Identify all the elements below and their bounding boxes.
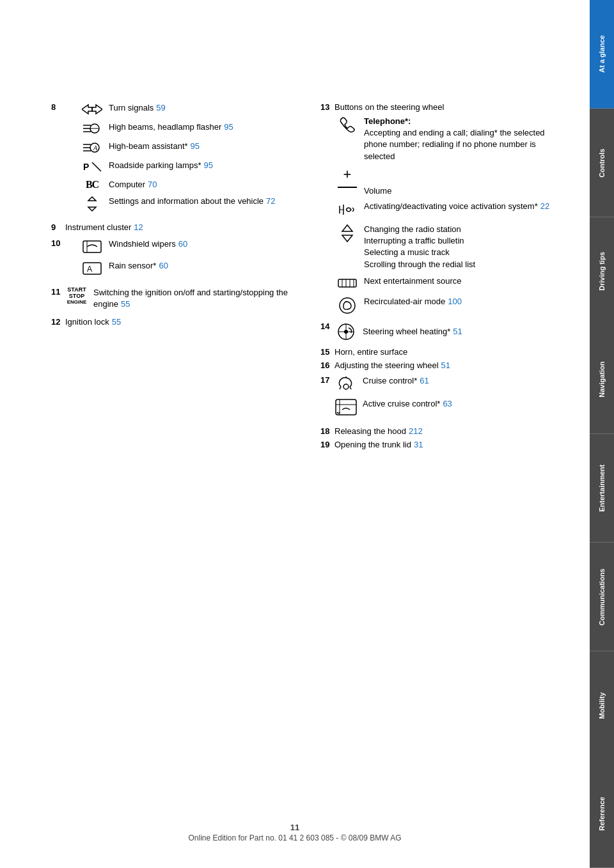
page-footer: 11 Online Edition for Part no. 01 41 2 6… [0,823,590,842]
svg-marker-0 [82,105,92,114]
volume-text [364,167,366,184]
item-14-text: Steering wheel heating*51 [363,327,462,336]
voice-activation-icon [336,201,359,219]
volume-minus-item: Volume [336,185,564,197]
item-13-header: Buttons on the steering wheel [335,102,444,112]
sidebar-tab-communications[interactable]: Communications [590,543,614,651]
item-12-text: Ignition lock55 [65,317,121,327]
active-cruise-page: 63 [443,399,452,408]
sidebar-tab-mobility[interactable]: Mobility [590,651,614,760]
settings-icon [81,196,104,212]
svg-line-36 [340,387,341,389]
item-9-number: 9 [51,222,65,232]
sidebar-tab-navigation[interactable]: Navigation [590,325,614,434]
parking-lamps-page: 95 [204,160,213,170]
volume-plus-item: + [336,167,564,184]
svg-marker-1 [92,105,102,114]
computer-text: Computer70 [109,179,157,190]
svg-point-38 [343,384,349,389]
page-number: 11 [0,823,590,832]
steering-heating-icon [335,322,358,342]
item-8-subitems: Turn signals59 [65,102,276,217]
svg-rect-16 [83,241,101,252]
item-10-row: 10 Windshi [51,238,295,282]
item-16-number: 16 [320,360,335,370]
item-12-row: 12 Ignition lock55 [51,317,295,327]
entertainment-source-icon [336,275,359,291]
sidebar-tab-entertainment[interactable]: Entertainment [590,434,614,543]
turn-signals-page: 59 [156,103,165,112]
item-15-number: 15 [320,347,335,357]
item-18-row: 18 Releasing the hood212 [320,426,564,436]
windshield-wipers-item: Windshield wipers60 [81,238,187,255]
computer-icon: BC [81,179,104,190]
recirculated-air-icon [336,296,359,315]
item-9-text: Instrument cluster12 [65,222,143,232]
high-beams-text: High beams, headlamp flasher95 [109,121,233,133]
plus-icon: + [336,167,359,182]
item-17-subitems: Cruise control*61 [335,375,452,421]
svg-text:A: A [87,265,92,274]
svg-marker-24 [342,235,352,242]
item-18-page: 212 [409,426,423,436]
high-beams-item: High beams, headlamp flasher95 [81,121,276,136]
entertainment-source-text: Next entertainment source [364,275,461,287]
item-16-page: 51 [441,360,450,370]
turn-signals-text: Turn signals59 [109,102,166,114]
sidebar-tab-reference[interactable]: Reference [590,759,614,868]
item-14-page: 51 [453,327,462,336]
footer-text: Online Edition for Part no. 01 41 2 603 … [0,833,590,842]
cruise-control-item: Cruise control*61 [335,375,452,393]
settings-item: Settings and information about the vehic… [81,196,276,212]
item-14-content: Steering wheel heating*51 [335,322,462,342]
svg-text:P: P [83,162,89,172]
settings-page: 72 [266,196,275,206]
svg-line-13 [92,162,101,171]
item-11-number: 11 [51,287,65,297]
item-11-row: 11 START STOP ENGINE Switching the ignit… [51,287,295,310]
voice-activation-text: Activating/deactivating voice activation… [364,201,549,212]
right-column: 13 Buttons on the steering wheel Telepho… [320,102,564,453]
item-19-text: Opening the trunk lid31 [335,440,423,449]
rain-sensor-item: A Rain sensor*60 [81,260,187,277]
svg-marker-23 [342,225,352,231]
svg-point-30 [340,298,355,313]
windshield-wipers-icon [81,238,104,255]
sidebar-tab-driving[interactable]: Driving tips [590,217,614,326]
minus-line-icon [338,187,357,188]
high-beams-page: 95 [224,122,233,132]
rain-sensor-page: 60 [159,261,168,270]
item-10-number: 10 [51,238,65,248]
item-9-page: 12 [134,222,143,232]
phone-text: Telephone*: Accepting and ending a call;… [364,116,564,162]
sidebar-tab-controls[interactable]: Controls [590,109,614,217]
item-15-text: Horn, entire surface [335,347,407,357]
radio-station-item: Changing the radio station Interrupting … [336,224,564,270]
high-beams-icon [81,121,104,136]
item-15-row: 15 Horn, entire surface [320,347,564,357]
item-19-page: 31 [414,440,423,449]
item-16-row: 16 Adjusting the steering wheel51 [320,360,564,370]
entertainment-source-item: Next entertainment source [336,275,564,291]
item-19-row: 19 Opening the trunk lid31 [320,440,564,449]
right-sidebar: At a glance Controls Driving tips Naviga… [590,0,614,868]
volume-label: Volume [364,185,391,197]
turn-signals-item: Turn signals59 [81,102,276,116]
item-11-content: START STOP ENGINE Switching the ignition… [65,287,295,310]
item-18-text: Releasing the hood212 [335,426,423,436]
parking-lamps-item: P Roadside parking lamps*95 [81,160,276,174]
high-beam-assistant-text: High-beam assistant*95 [109,141,200,152]
item-17-row: 17 [320,375,564,421]
recirculated-air-page: 100 [448,297,462,306]
sidebar-tab-at-glance[interactable]: At a glance [590,0,614,109]
phone-item: Telephone*: Accepting and ending a call;… [336,116,564,162]
computer-page: 70 [148,180,157,189]
high-beam-assistant-page: 95 [191,141,200,151]
svg-line-37 [350,387,351,389]
page-container: 8 Turn signals59 [0,0,614,868]
item-9-row: 9 Instrument cluster12 [51,222,295,232]
radio-station-text: Changing the radio station Interrupting … [364,224,475,270]
active-cruise-item: Active cruise control*63 [335,398,452,416]
item-12-number: 12 [51,317,65,327]
item-13-number: 13 [320,102,335,112]
